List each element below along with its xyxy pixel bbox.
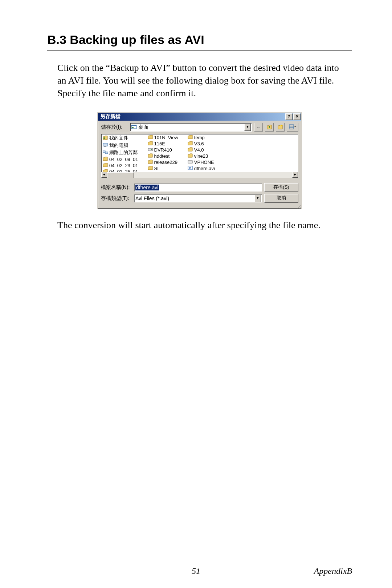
file-item[interactable]: 101N_View [148, 135, 178, 140]
page-number: 51 [192, 566, 200, 576]
file-item-label: 101N_View [154, 135, 178, 140]
file-item-label: dfhere.avi [194, 166, 215, 171]
file-item[interactable]: V3.6 [188, 141, 215, 146]
folder-icon [103, 163, 108, 168]
views-button[interactable] [287, 123, 298, 132]
cancel-button[interactable]: 取消 [264, 194, 298, 203]
folder-icon [148, 166, 153, 171]
filetype-value: Avi Files (*.avi) [135, 196, 169, 201]
resize-grip-icon[interactable] [98, 205, 301, 209]
file-item[interactable]: 115E [148, 141, 178, 146]
svg-rect-9 [103, 151, 105, 153]
file-item[interactable]: 網路上的芳鄰 [103, 149, 138, 156]
svg-line-19 [301, 208, 301, 209]
file-item-label: 網路上的芳鄰 [109, 149, 138, 156]
docs-icon [103, 136, 108, 141]
section-heading: B.3 Backing up files as AVI [47, 33, 352, 47]
file-item[interactable]: VPHONE [188, 160, 215, 165]
appendix-label: AppendixB [314, 566, 352, 576]
file-list[interactable]: 我的文件我的電腦網路上的芳鄰04_02_09_0104_02_23_0104_0… [101, 134, 298, 178]
filename-value: dfhere.avi [135, 185, 159, 190]
file-item[interactable]: V4.0 [188, 147, 215, 153]
svg-rect-7 [103, 143, 107, 146]
horizontal-scrollbar[interactable]: ◄ ► [101, 172, 298, 178]
svg-point-2 [132, 127, 134, 128]
intro-paragraph: Click on the “Backup to AVI” button to c… [57, 61, 344, 100]
file-item[interactable]: 我的文件 [103, 135, 138, 141]
file-item[interactable]: temp [188, 135, 215, 140]
filetype-combobox[interactable]: Avi Files (*.avi) ▼ [134, 194, 262, 202]
dialog-titlebar[interactable]: 另存新檔 ? ✕ [98, 113, 301, 121]
svg-rect-10 [105, 152, 108, 154]
file-item-label: DVR410 [154, 147, 172, 153]
close-button[interactable]: ✕ [293, 113, 301, 120]
svg-rect-3 [289, 125, 294, 129]
svg-rect-14 [191, 162, 192, 162]
file-item-label: 我的電腦 [109, 142, 128, 149]
dialog-title: 另存新檔 [100, 113, 285, 120]
svg-point-6 [103, 137, 105, 139]
save-in-dropdown-icon[interactable]: ▼ [244, 124, 251, 131]
file-item[interactable]: 04_02_09_01 [103, 157, 138, 162]
folder-icon [103, 157, 108, 162]
back-button[interactable]: ← [254, 123, 263, 132]
file-item[interactable]: DVR410 [148, 147, 178, 153]
file-item[interactable]: SI [148, 166, 178, 171]
file-item-label: 04_02_09_01 [109, 157, 138, 162]
new-folder-button[interactable] [276, 123, 285, 132]
heading-rule [47, 51, 352, 51]
back-arrow-icon: ← [256, 124, 261, 130]
svg-rect-8 [104, 146, 106, 147]
file-item-label: 04_02_23_01 [109, 163, 138, 168]
file-item[interactable]: 04_02_23_01 [103, 163, 138, 168]
folder-icon [188, 135, 193, 140]
avi-icon [188, 166, 193, 171]
save-button[interactable]: 存檔(S) [264, 183, 298, 192]
file-item[interactable]: release229 [148, 160, 178, 165]
scroll-left-icon[interactable]: ◄ [101, 172, 107, 178]
folder-icon [188, 147, 193, 153]
file-item[interactable]: vine23 [188, 153, 215, 159]
desktop-icon [131, 124, 137, 131]
folder-icon [148, 160, 153, 165]
filetype-label: 存檔類型(T): [101, 195, 132, 202]
outro-paragraph: The conversion will start automatically … [57, 219, 344, 231]
drv-icon [188, 160, 193, 165]
svg-rect-12 [151, 149, 152, 150]
help-button[interactable]: ? [285, 113, 293, 120]
file-item[interactable]: dfhere.avi [188, 166, 215, 171]
views-icon [289, 124, 296, 130]
drv-icon [148, 147, 153, 153]
file-item-label: vine23 [194, 153, 208, 159]
file-item-label: 115E [154, 141, 165, 146]
file-item-label: release229 [154, 160, 177, 165]
scroll-right-icon[interactable]: ► [292, 172, 298, 178]
file-item-label: SI [154, 166, 159, 171]
folder-icon [148, 141, 153, 146]
folder-icon [148, 153, 153, 159]
save-in-combobox[interactable]: 桌面 ▼ [130, 123, 252, 132]
svg-rect-1 [131, 125, 136, 126]
up-one-level-button[interactable] [265, 123, 274, 132]
file-item[interactable]: hddtest [148, 153, 178, 159]
pc-icon [103, 143, 108, 148]
scroll-thumb[interactable] [107, 172, 134, 178]
file-item-label: V4.0 [194, 147, 204, 153]
save-in-label: 儲存於(I): [101, 124, 128, 130]
net-icon [103, 150, 108, 156]
new-folder-icon [277, 124, 283, 131]
file-item-label: hddtest [154, 153, 170, 159]
file-item-label: 我的文件 [109, 135, 128, 141]
file-item[interactable]: 我的電腦 [103, 142, 138, 149]
save-as-dialog: 另存新檔 ? ✕ 儲存於(I): 桌面 ▼ ← [97, 112, 302, 209]
filename-label: 檔案名稱(N): [101, 184, 132, 191]
up-one-level-icon [266, 124, 272, 131]
filename-input[interactable]: dfhere.avi [134, 184, 262, 192]
folder-icon [188, 153, 193, 159]
folder-icon [188, 141, 193, 146]
file-item-label: temp [194, 135, 205, 140]
save-in-value: 桌面 [138, 124, 243, 130]
filetype-dropdown-icon[interactable]: ▼ [254, 195, 261, 202]
folder-icon [148, 135, 153, 140]
file-item-label: V3.6 [194, 141, 204, 146]
